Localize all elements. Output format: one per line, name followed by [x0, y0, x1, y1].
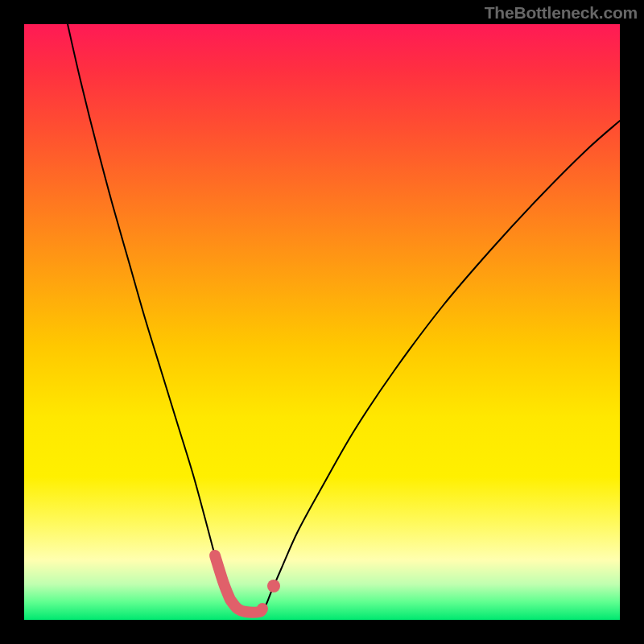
watermark-text: TheBottleneck.com [485, 3, 638, 23]
pink-segment-left [215, 555, 230, 600]
bottleneck-plot [24, 24, 620, 620]
pink-dot [267, 580, 280, 592]
pink-segment-right [231, 601, 262, 612]
chart-frame: TheBottleneck.com [0, 0, 644, 644]
plot-area [24, 24, 620, 620]
bottleneck-curve-path [68, 24, 620, 613]
